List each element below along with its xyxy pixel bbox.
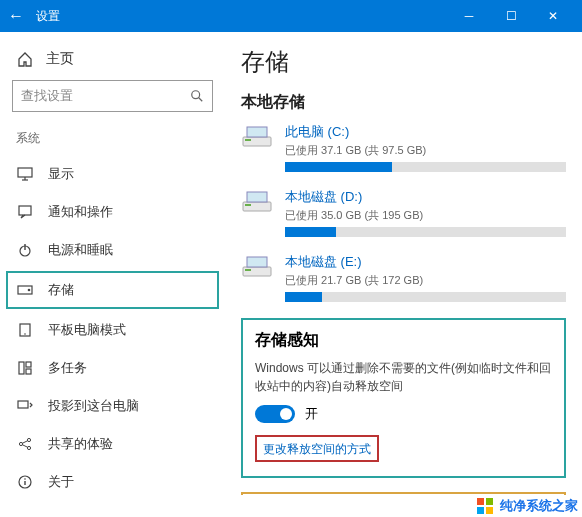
tablet-icon	[16, 323, 34, 337]
window-controls: ─ ☐ ✕	[448, 9, 574, 23]
home-icon	[16, 50, 34, 68]
drive-usage: 已使用 37.1 GB (共 97.5 GB)	[285, 143, 566, 158]
drive-icon	[241, 123, 273, 151]
svg-rect-30	[243, 267, 271, 276]
drive-row[interactable]: 本地磁盘 (E:) 已使用 21.7 GB (共 172 GB)	[241, 253, 566, 302]
local-storage-title: 本地存储	[241, 92, 566, 113]
svg-point-23	[24, 478, 26, 480]
sidebar-item-label: 共享的体验	[48, 435, 113, 453]
drive-name: 此电脑 (C:)	[285, 123, 566, 141]
sidebar-item-label: 投影到这台电脑	[48, 397, 139, 415]
svg-rect-2	[18, 168, 32, 177]
close-button[interactable]: ✕	[532, 9, 574, 23]
drive-name: 本地磁盘 (D:)	[285, 188, 566, 206]
svg-rect-14	[26, 369, 31, 374]
drive-icon	[241, 188, 273, 216]
sidebar-item-shared[interactable]: 共享的体验	[0, 425, 225, 463]
svg-rect-24	[243, 137, 271, 146]
page-title: 存储	[241, 46, 566, 78]
sidebar: 主页 查找设置 系统 显示 通知和操作 电源和睡眠 存储	[0, 32, 225, 495]
sidebar-home[interactable]: 主页	[0, 42, 225, 80]
multitask-icon	[16, 361, 34, 375]
drive-usage-bar	[285, 292, 566, 302]
svg-point-11	[24, 333, 26, 335]
sidebar-item-display[interactable]: 显示	[0, 155, 225, 193]
minimize-button[interactable]: ─	[448, 9, 490, 23]
watermark-text: 纯净系统之家	[500, 497, 578, 515]
svg-rect-12	[19, 362, 24, 374]
sidebar-item-power[interactable]: 电源和睡眠	[0, 231, 225, 269]
storage-sense-title: 存储感知	[255, 330, 552, 351]
titlebar: ← 设置 ─ ☐ ✕	[0, 0, 582, 32]
svg-rect-28	[245, 204, 251, 206]
search-icon	[190, 89, 204, 103]
storage-sense-toggle[interactable]	[255, 405, 295, 423]
sidebar-item-about[interactable]: 关于	[0, 463, 225, 501]
drive-usage-bar	[285, 227, 566, 237]
display-icon	[16, 167, 34, 181]
sidebar-item-label: 关于	[48, 473, 74, 491]
drive-row[interactable]: 本地磁盘 (D:) 已使用 35.0 GB (共 195 GB)	[241, 188, 566, 237]
sidebar-item-label: 电源和睡眠	[48, 241, 113, 259]
project-icon	[16, 399, 34, 413]
sidebar-group-label: 系统	[0, 126, 225, 155]
svg-point-9	[28, 289, 31, 292]
storage-icon	[16, 283, 34, 297]
notification-icon	[16, 205, 34, 219]
svg-rect-5	[19, 206, 31, 215]
drive-usage: 已使用 21.7 GB (共 172 GB)	[285, 273, 566, 288]
storage-sense-section: 存储感知 Windows 可以通过删除不需要的文件(例如临时文件和回收站中的内容…	[241, 318, 566, 478]
sidebar-item-label: 通知和操作	[48, 203, 113, 221]
svg-rect-26	[247, 127, 267, 137]
sidebar-item-storage[interactable]: 存储	[6, 271, 219, 309]
sidebar-home-label: 主页	[46, 50, 74, 68]
drive-icon	[241, 253, 273, 281]
sidebar-item-label: 多任务	[48, 359, 87, 377]
sidebar-item-label: 存储	[48, 281, 74, 299]
main-panel: 存储 本地存储 此电脑 (C:) 已使用 37.1 GB (共 97.5 GB)…	[225, 32, 582, 495]
svg-rect-32	[247, 257, 267, 267]
search-placeholder: 查找设置	[21, 87, 73, 105]
svg-rect-15	[18, 401, 28, 408]
svg-line-20	[22, 445, 27, 448]
sidebar-item-label: 显示	[48, 165, 74, 183]
toggle-label: 开	[305, 405, 318, 423]
drive-row[interactable]: 此电脑 (C:) 已使用 37.1 GB (共 97.5 GB)	[241, 123, 566, 172]
window-title: 设置	[36, 8, 448, 25]
svg-rect-13	[26, 362, 31, 367]
svg-rect-25	[245, 139, 251, 141]
sidebar-item-projecting[interactable]: 投影到这台电脑	[0, 387, 225, 425]
drive-usage-bar	[285, 162, 566, 172]
sidebar-item-label: 平板电脑模式	[48, 321, 126, 339]
info-icon	[16, 475, 34, 489]
watermark-logo-icon	[476, 497, 494, 515]
drive-usage: 已使用 35.0 GB (共 195 GB)	[285, 208, 566, 223]
svg-rect-27	[243, 202, 271, 211]
storage-sense-desc: Windows 可以通过删除不需要的文件(例如临时文件和回收站中的内容)自动释放…	[255, 359, 552, 395]
share-icon	[16, 437, 34, 451]
search-input[interactable]: 查找设置	[12, 80, 213, 112]
svg-line-1	[199, 98, 203, 102]
power-icon	[16, 243, 34, 257]
back-icon[interactable]: ←	[8, 7, 24, 25]
change-free-space-link[interactable]: 更改释放空间的方式	[255, 435, 379, 462]
svg-point-0	[192, 91, 200, 99]
svg-rect-31	[245, 269, 251, 271]
sidebar-item-multitask[interactable]: 多任务	[0, 349, 225, 387]
sidebar-item-notifications[interactable]: 通知和操作	[0, 193, 225, 231]
svg-rect-29	[247, 192, 267, 202]
drive-name: 本地磁盘 (E:)	[285, 253, 566, 271]
sidebar-item-tablet[interactable]: 平板电脑模式	[0, 311, 225, 349]
svg-line-19	[22, 441, 27, 444]
watermark: 纯净系统之家	[476, 495, 578, 517]
maximize-button[interactable]: ☐	[490, 9, 532, 23]
